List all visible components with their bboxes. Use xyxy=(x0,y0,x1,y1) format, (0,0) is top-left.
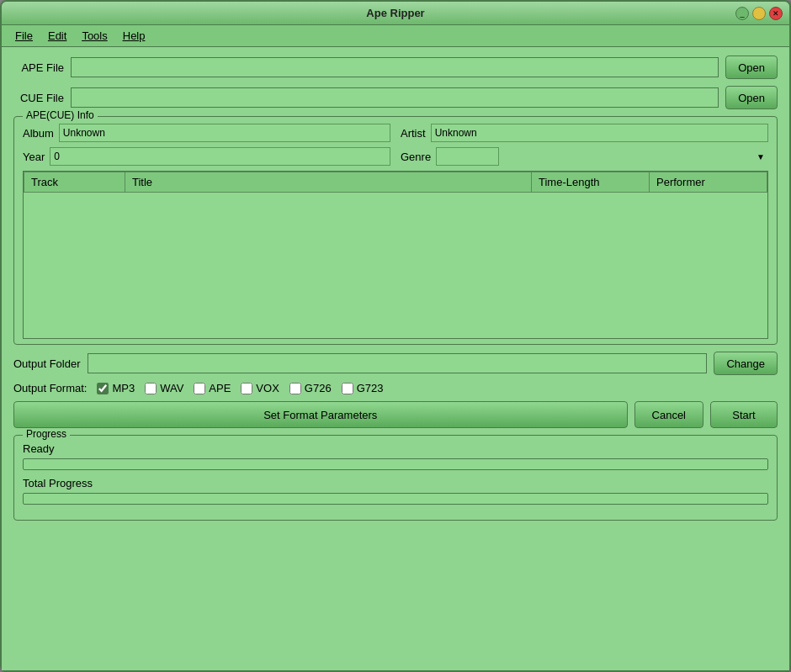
genre-wrapper: Rock Pop Jazz Classical xyxy=(436,147,768,166)
format-ape-label: APE xyxy=(209,382,231,394)
output-folder-row: Output Folder Change xyxy=(13,352,778,375)
output-format-row: Output Format: MP3 WAV APE VOX G726 xyxy=(13,382,778,394)
format-vox[interactable]: VOX xyxy=(241,382,279,394)
format-ape[interactable]: APE xyxy=(194,382,231,394)
menu-file[interactable]: File xyxy=(8,27,40,45)
output-folder-input[interactable] xyxy=(88,353,708,373)
format-g726-checkbox[interactable] xyxy=(289,383,301,394)
album-input[interactable] xyxy=(59,124,390,142)
menu-bar: File Edit Tools Help xyxy=(2,25,789,47)
content-area: APE File Open CUE File Open APE(CUE) Inf… xyxy=(2,47,789,670)
artist-label: Artist xyxy=(401,127,426,140)
output-change-button[interactable]: Change xyxy=(714,352,778,375)
cue-open-button[interactable]: Open xyxy=(725,86,778,109)
cue-file-row: CUE File Open xyxy=(13,86,778,109)
format-g723-label: G723 xyxy=(357,382,384,394)
progress-status: Ready xyxy=(23,442,768,455)
ape-cue-info-group: APE(CUE) Info Album Artist Year xyxy=(13,116,778,345)
format-wav-label: WAV xyxy=(160,382,183,394)
artist-input[interactable] xyxy=(431,124,768,142)
menu-tools[interactable]: Tools xyxy=(75,27,114,45)
cue-file-input[interactable] xyxy=(71,87,719,108)
start-button[interactable]: Start xyxy=(710,401,778,428)
format-g726-label: G726 xyxy=(305,382,332,394)
ape-file-label: APE File xyxy=(13,61,64,74)
window-title: Ape Ripper xyxy=(366,7,424,19)
album-field: Album xyxy=(23,124,390,142)
format-vox-checkbox[interactable] xyxy=(241,383,252,394)
format-vox-label: VOX xyxy=(256,382,279,394)
format-mp3-checkbox[interactable] xyxy=(97,383,109,394)
cancel-button[interactable]: Cancel xyxy=(634,401,703,428)
year-label: Year xyxy=(23,151,45,163)
restore-btn[interactable] xyxy=(752,7,766,20)
format-g723-checkbox[interactable] xyxy=(342,383,353,394)
buttons-row: Set Format Parameters Cancel Start xyxy=(13,401,778,428)
format-wav[interactable]: WAV xyxy=(145,382,183,394)
title-bar: Ape Ripper _ ✕ xyxy=(2,2,789,25)
genre-label: Genre xyxy=(401,151,431,163)
ape-file-row: APE File Open xyxy=(13,56,778,79)
col-track: Track xyxy=(24,172,125,193)
progress-bar xyxy=(23,458,768,470)
output-format-label: Output Format: xyxy=(13,382,87,394)
minimize-btn[interactable]: _ xyxy=(735,7,749,20)
format-mp3[interactable]: MP3 xyxy=(97,382,135,394)
total-progress-bar xyxy=(23,493,768,505)
close-btn[interactable]: ✕ xyxy=(769,7,783,20)
main-window: Ape Ripper _ ✕ File Edit Tools Help APE … xyxy=(0,0,791,672)
genre-select[interactable]: Rock Pop Jazz Classical xyxy=(436,147,499,166)
year-input[interactable] xyxy=(50,147,390,166)
format-wav-checkbox[interactable] xyxy=(145,383,157,394)
menu-help[interactable]: Help xyxy=(116,27,152,45)
format-g726[interactable]: G726 xyxy=(289,382,332,394)
format-ape-checkbox[interactable] xyxy=(194,383,205,394)
info-group-legend: APE(CUE) Info xyxy=(23,109,98,121)
window-controls: _ ✕ xyxy=(735,7,783,20)
format-mp3-label: MP3 xyxy=(112,382,135,394)
ape-open-button[interactable]: Open xyxy=(725,56,778,79)
ape-file-input[interactable] xyxy=(71,57,719,77)
col-performer: Performer xyxy=(650,172,767,193)
format-g723[interactable]: G723 xyxy=(342,382,384,394)
cue-file-label: CUE File xyxy=(13,92,64,104)
year-field: Year xyxy=(23,147,390,166)
set-format-button[interactable]: Set Format Parameters xyxy=(13,401,628,428)
col-time-length: Time-Length xyxy=(532,172,650,193)
track-table: Track Title Time-Length Performer xyxy=(24,172,767,193)
total-progress-label: Total Progress xyxy=(23,477,768,489)
output-folder-label: Output Folder xyxy=(13,357,81,370)
progress-group: Progress Ready Total Progress xyxy=(13,435,778,521)
menu-edit[interactable]: Edit xyxy=(41,27,73,45)
progress-legend: Progress xyxy=(23,428,70,440)
year-genre-row: Year Genre Rock Pop Jazz Classical xyxy=(23,147,768,166)
artist-field: Artist xyxy=(401,124,768,142)
track-table-wrapper: Track Title Time-Length Performer xyxy=(23,171,768,339)
col-title: Title xyxy=(125,172,532,193)
album-label: Album xyxy=(23,127,54,140)
album-artist-row: Album Artist xyxy=(23,124,768,142)
genre-field: Genre Rock Pop Jazz Classical xyxy=(401,147,768,166)
